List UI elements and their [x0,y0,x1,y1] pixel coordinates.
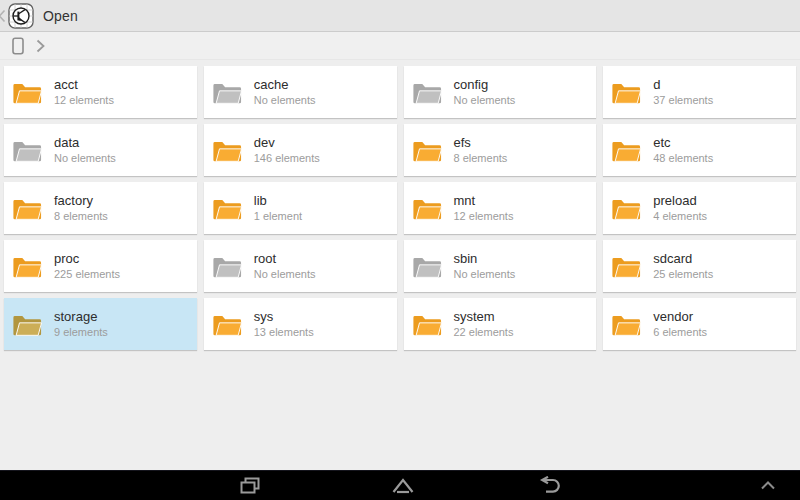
folder-name: sys [254,310,314,324]
hide-navbar-caret-icon[interactable] [760,481,776,490]
folder-icon [412,255,442,279]
folder-card-sdcard[interactable]: sdcard 25 elements [603,240,796,292]
folder-card-vendor[interactable]: vendor 6 elements [603,298,796,350]
breadcrumb-bar [0,32,800,60]
folder-count: 12 elements [54,94,114,106]
folder-name: system [454,310,514,324]
folder-name: proc [54,252,120,266]
folder-card-factory[interactable]: factory 8 elements [4,182,197,234]
folder-count: 1 element [254,210,302,222]
folder-name: etc [653,136,713,150]
folder-name: data [54,136,116,150]
folder-card-preload[interactable]: preload 4 elements [603,182,796,234]
folder-icon [12,139,42,163]
folder-card-etc[interactable]: etc 48 elements [603,124,796,176]
folder-count: 13 elements [254,326,314,338]
folder-count: 146 elements [254,152,320,164]
folder-card-proc[interactable]: proc 225 elements [4,240,197,292]
folder-name: root [254,252,316,266]
folder-icon [412,139,442,163]
folder-count: 48 elements [653,152,713,164]
folder-name: storage [54,310,108,324]
folder-count: No elements [454,94,516,106]
folder-card-root[interactable]: root No elements [204,240,397,292]
folder-count: 12 elements [454,210,514,222]
folder-icon [611,81,641,105]
folder-icon [212,313,242,337]
folder-icon [212,255,242,279]
folder-card-sys[interactable]: sys 13 elements [204,298,397,350]
folder-count: 22 elements [454,326,514,338]
action-bar: Open [0,0,800,32]
folder-card-config[interactable]: config No elements [404,66,597,118]
folder-name: acct [54,78,114,92]
folder-card-acct[interactable]: acct 12 elements [4,66,197,118]
folder-icon [412,81,442,105]
folder-name: factory [54,194,108,208]
folder-card-data[interactable]: data No elements [4,124,197,176]
folder-icon [12,197,42,221]
folder-count: 6 elements [653,326,707,338]
folder-card-sbin[interactable]: sbin No elements [404,240,597,292]
folder-name: sbin [454,252,516,266]
folder-count: No elements [254,94,316,106]
android-nav-bar [0,470,800,500]
folder-icon [412,313,442,337]
folder-card-dev[interactable]: dev 146 elements [204,124,397,176]
back-button[interactable] [538,476,564,495]
folder-icon [12,81,42,105]
folder-card-lib[interactable]: lib 1 element [204,182,397,234]
folder-icon [611,139,641,163]
folder-count: No elements [254,268,316,280]
recent-apps-button[interactable] [239,476,261,496]
folder-count: 8 elements [54,210,108,222]
folder-icon [412,197,442,221]
folder-icon [12,313,42,337]
folder-count: No elements [54,152,116,164]
folder-count: No elements [454,268,516,280]
folder-count: 4 elements [653,210,707,222]
folder-icon [12,255,42,279]
chevron-right-icon [35,39,46,53]
folder-name: mnt [454,194,514,208]
folder-name: dev [254,136,320,150]
file-picker-screen: Open acct 12 elements cache No elements [0,0,800,500]
folder-card-storage[interactable]: storage 9 elements [4,298,197,350]
folder-count: 8 elements [454,152,508,164]
app-logo-icon[interactable] [8,3,34,29]
folder-name: preload [653,194,707,208]
folder-count: 25 elements [653,268,713,280]
folder-icon [611,313,641,337]
folder-name: efs [454,136,508,150]
folder-name: config [454,78,516,92]
home-button[interactable] [391,476,415,495]
folder-count: 37 elements [653,94,713,106]
folder-grid: acct 12 elements cache No elements confi… [0,60,800,470]
folder-card-d[interactable]: d 37 elements [603,66,796,118]
folder-name: d [653,78,713,92]
folder-count: 225 elements [54,268,120,280]
folder-name: cache [254,78,316,92]
folder-card-cache[interactable]: cache No elements [204,66,397,118]
folder-card-efs[interactable]: efs 8 elements [404,124,597,176]
folder-icon [212,197,242,221]
folder-name: sdcard [653,252,713,266]
folder-icon [212,139,242,163]
folder-name: lib [254,194,302,208]
folder-icon [212,81,242,105]
folder-icon [611,255,641,279]
folder-card-system[interactable]: system 22 elements [404,298,597,350]
folder-card-mnt[interactable]: mnt 12 elements [404,182,597,234]
page-title: Open [43,8,78,24]
back-caret-icon[interactable] [0,9,6,23]
device-icon[interactable] [12,37,24,55]
folder-name: vendor [653,310,707,324]
folder-icon [611,197,641,221]
folder-count: 9 elements [54,326,108,338]
